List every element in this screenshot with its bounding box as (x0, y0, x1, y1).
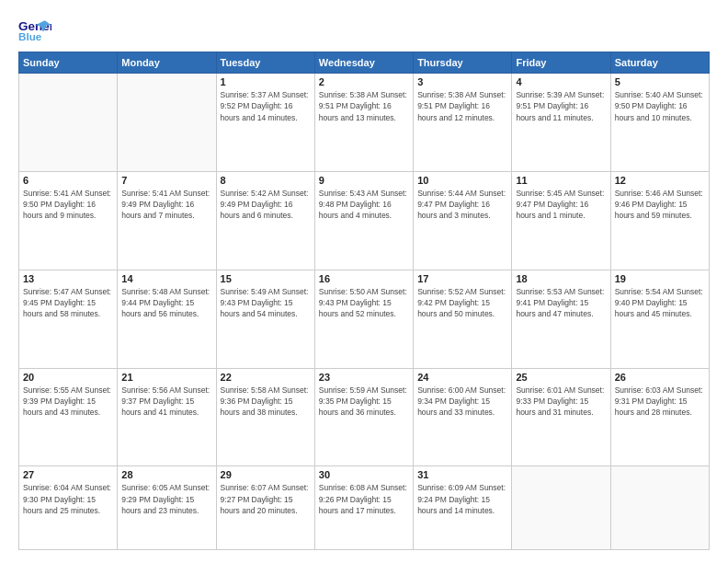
day-info: Sunrise: 5:59 AM Sunset: 9:35 PM Dayligh… (319, 385, 409, 419)
calendar-cell: 1Sunrise: 5:37 AM Sunset: 9:52 PM Daylig… (216, 74, 314, 172)
day-info: Sunrise: 5:49 AM Sunset: 9:43 PM Dayligh… (221, 286, 311, 320)
day-info: Sunrise: 5:38 AM Sunset: 9:51 PM Dayligh… (417, 89, 507, 123)
day-number: 10 (417, 175, 507, 186)
calendar-cell: 19Sunrise: 5:54 AM Sunset: 9:40 PM Dayli… (610, 270, 709, 368)
calendar-cell: 20Sunrise: 5:55 AM Sunset: 9:39 PM Dayli… (19, 368, 118, 466)
day-info: Sunrise: 6:07 AM Sunset: 9:27 PM Dayligh… (221, 482, 311, 516)
calendar-cell: 21Sunrise: 5:56 AM Sunset: 9:37 PM Dayli… (118, 368, 216, 466)
day-info: Sunrise: 6:05 AM Sunset: 9:29 PM Dayligh… (121, 482, 211, 516)
day-number: 15 (221, 273, 311, 284)
day-info: Sunrise: 5:41 AM Sunset: 9:50 PM Dayligh… (23, 188, 113, 222)
weekday-header-friday: Friday (512, 52, 610, 74)
day-number: 12 (615, 175, 705, 186)
day-number: 20 (23, 372, 113, 383)
day-info: Sunrise: 5:42 AM Sunset: 9:49 PM Dayligh… (221, 188, 311, 222)
weekday-header-sunday: Sunday (19, 52, 118, 74)
weekday-header-saturday: Saturday (610, 52, 709, 74)
day-info: Sunrise: 6:03 AM Sunset: 9:31 PM Dayligh… (615, 385, 705, 419)
logo-icon: General Blue (18, 17, 51, 44)
day-number: 25 (516, 372, 606, 383)
day-number: 5 (615, 76, 705, 87)
weekday-header-monday: Monday (118, 52, 216, 74)
day-info: Sunrise: 5:46 AM Sunset: 9:46 PM Dayligh… (615, 188, 705, 222)
calendar-cell (19, 74, 118, 172)
calendar-cell: 3Sunrise: 5:38 AM Sunset: 9:51 PM Daylig… (414, 74, 512, 172)
calendar-cell (610, 466, 709, 550)
day-info: Sunrise: 5:48 AM Sunset: 9:44 PM Dayligh… (121, 286, 211, 320)
calendar-cell: 2Sunrise: 5:38 AM Sunset: 9:51 PM Daylig… (314, 74, 413, 172)
day-info: Sunrise: 5:52 AM Sunset: 9:42 PM Dayligh… (417, 286, 507, 320)
day-info: Sunrise: 6:04 AM Sunset: 9:30 PM Dayligh… (23, 482, 113, 516)
calendar-week-row: 6Sunrise: 5:41 AM Sunset: 9:50 PM Daylig… (19, 171, 710, 270)
day-number: 3 (417, 76, 507, 87)
day-info: Sunrise: 5:40 AM Sunset: 9:50 PM Dayligh… (615, 89, 705, 123)
day-info: Sunrise: 5:56 AM Sunset: 9:37 PM Dayligh… (121, 385, 211, 419)
calendar-cell: 5Sunrise: 5:40 AM Sunset: 9:50 PM Daylig… (610, 74, 709, 172)
day-info: Sunrise: 5:50 AM Sunset: 9:43 PM Dayligh… (319, 286, 409, 320)
day-number: 29 (221, 469, 311, 480)
calendar-cell: 4Sunrise: 5:39 AM Sunset: 9:51 PM Daylig… (512, 74, 610, 172)
day-info: Sunrise: 5:39 AM Sunset: 9:51 PM Dayligh… (516, 89, 606, 123)
calendar-cell: 27Sunrise: 6:04 AM Sunset: 9:30 PM Dayli… (19, 466, 118, 550)
day-number: 6 (23, 175, 113, 186)
day-number: 21 (121, 372, 211, 383)
calendar-cell: 24Sunrise: 6:00 AM Sunset: 9:34 PM Dayli… (414, 368, 512, 466)
day-number: 13 (23, 273, 113, 284)
weekday-header-row: SundayMondayTuesdayWednesdayThursdayFrid… (19, 52, 710, 74)
calendar-cell: 18Sunrise: 5:53 AM Sunset: 9:41 PM Dayli… (512, 270, 610, 368)
day-info: Sunrise: 5:44 AM Sunset: 9:47 PM Dayligh… (417, 188, 507, 222)
day-info: Sunrise: 6:08 AM Sunset: 9:26 PM Dayligh… (319, 482, 409, 516)
day-info: Sunrise: 5:54 AM Sunset: 9:40 PM Dayligh… (615, 286, 705, 320)
calendar-cell: 23Sunrise: 5:59 AM Sunset: 9:35 PM Dayli… (314, 368, 413, 466)
day-number: 19 (615, 273, 705, 284)
day-number: 18 (516, 273, 606, 284)
calendar-cell: 13Sunrise: 5:47 AM Sunset: 9:45 PM Dayli… (19, 270, 118, 368)
day-number: 28 (121, 469, 211, 480)
calendar-cell: 22Sunrise: 5:58 AM Sunset: 9:36 PM Dayli… (216, 368, 314, 466)
calendar-cell: 26Sunrise: 6:03 AM Sunset: 9:31 PM Dayli… (610, 368, 709, 466)
calendar-week-row: 20Sunrise: 5:55 AM Sunset: 9:39 PM Dayli… (19, 368, 710, 466)
svg-text:Blue: Blue (18, 30, 42, 42)
page-header: General Blue (18, 17, 710, 44)
day-number: 9 (319, 175, 409, 186)
calendar-cell: 25Sunrise: 6:01 AM Sunset: 9:33 PM Dayli… (512, 368, 610, 466)
calendar-week-row: 27Sunrise: 6:04 AM Sunset: 9:30 PM Dayli… (19, 466, 710, 550)
calendar-week-row: 13Sunrise: 5:47 AM Sunset: 9:45 PM Dayli… (19, 270, 710, 368)
day-info: Sunrise: 6:00 AM Sunset: 9:34 PM Dayligh… (417, 385, 507, 419)
day-info: Sunrise: 5:38 AM Sunset: 9:51 PM Dayligh… (319, 89, 409, 123)
weekday-header-tuesday: Tuesday (216, 52, 314, 74)
day-number: 1 (221, 76, 311, 87)
day-info: Sunrise: 5:43 AM Sunset: 9:48 PM Dayligh… (319, 188, 409, 222)
day-number: 22 (221, 372, 311, 383)
calendar-cell: 15Sunrise: 5:49 AM Sunset: 9:43 PM Dayli… (216, 270, 314, 368)
calendar-week-row: 1Sunrise: 5:37 AM Sunset: 9:52 PM Daylig… (19, 74, 710, 172)
calendar-cell (512, 466, 610, 550)
calendar-cell: 8Sunrise: 5:42 AM Sunset: 9:49 PM Daylig… (216, 171, 314, 270)
day-number: 30 (319, 469, 409, 480)
day-number: 26 (615, 372, 705, 383)
calendar-cell: 6Sunrise: 5:41 AM Sunset: 9:50 PM Daylig… (19, 171, 118, 270)
calendar-cell: 10Sunrise: 5:44 AM Sunset: 9:47 PM Dayli… (414, 171, 512, 270)
day-number: 14 (121, 273, 211, 284)
calendar-cell: 9Sunrise: 5:43 AM Sunset: 9:48 PM Daylig… (314, 171, 413, 270)
day-number: 2 (319, 76, 409, 87)
calendar-cell: 17Sunrise: 5:52 AM Sunset: 9:42 PM Dayli… (414, 270, 512, 368)
day-number: 7 (121, 175, 211, 186)
day-info: Sunrise: 5:45 AM Sunset: 9:47 PM Dayligh… (516, 188, 606, 222)
day-info: Sunrise: 5:53 AM Sunset: 9:41 PM Dayligh… (516, 286, 606, 320)
day-info: Sunrise: 5:47 AM Sunset: 9:45 PM Dayligh… (23, 286, 113, 320)
calendar-cell: 14Sunrise: 5:48 AM Sunset: 9:44 PM Dayli… (118, 270, 216, 368)
day-number: 27 (23, 469, 113, 480)
calendar-cell: 29Sunrise: 6:07 AM Sunset: 9:27 PM Dayli… (216, 466, 314, 550)
day-number: 31 (417, 469, 507, 480)
day-info: Sunrise: 6:09 AM Sunset: 9:24 PM Dayligh… (417, 482, 507, 516)
day-info: Sunrise: 5:37 AM Sunset: 9:52 PM Dayligh… (221, 89, 311, 123)
day-info: Sunrise: 5:55 AM Sunset: 9:39 PM Dayligh… (23, 385, 113, 419)
day-info: Sunrise: 6:01 AM Sunset: 9:33 PM Dayligh… (516, 385, 606, 419)
calendar-cell: 28Sunrise: 6:05 AM Sunset: 9:29 PM Dayli… (118, 466, 216, 550)
calendar-table: SundayMondayTuesdayWednesdayThursdayFrid… (18, 52, 710, 550)
day-number: 24 (417, 372, 507, 383)
weekday-header-wednesday: Wednesday (314, 52, 413, 74)
calendar-cell: 7Sunrise: 5:41 AM Sunset: 9:49 PM Daylig… (118, 171, 216, 270)
weekday-header-thursday: Thursday (414, 52, 512, 74)
